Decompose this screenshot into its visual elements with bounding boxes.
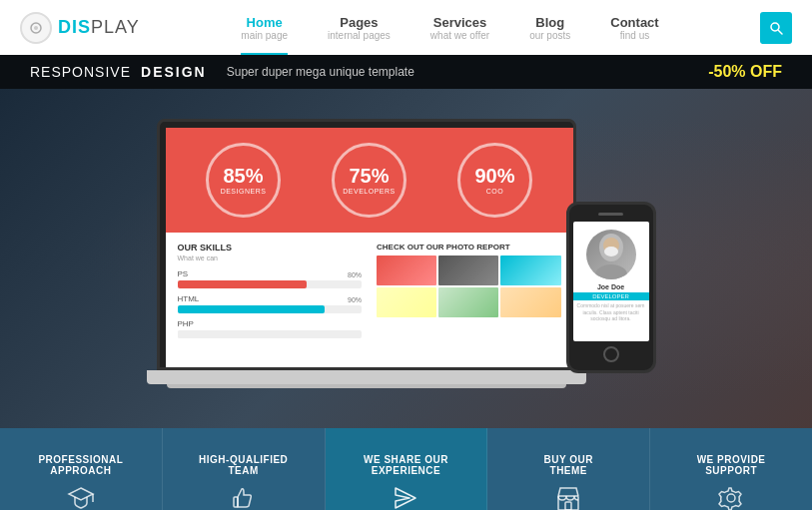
- device-mockups: 85% DESIGNERS 75% DEVELOPERS 90% COO: [157, 119, 656, 388]
- skill-bar-ps: [178, 280, 307, 288]
- svg-point-1: [34, 26, 38, 30]
- phone-mockup: Joe Doe DEVELOPER Commodo nisl at posuer…: [566, 202, 656, 373]
- gear-icon: [717, 484, 745, 510]
- phone-screen: Joe Doe DEVELOPER Commodo nisl at posuer…: [573, 222, 649, 341]
- screen-stats: 85% DESIGNERS 75% DEVELOPERS 90% COO: [166, 128, 573, 233]
- laptop-screen-outer: 85% DESIGNERS 75% DEVELOPERS 90% COO: [157, 119, 576, 370]
- phone-speaker: [598, 213, 623, 216]
- feature-experience[interactable]: WE SHARE OUR EXPERIENCE: [326, 428, 488, 510]
- feature-support[interactable]: WE PROVIDE SUPPORT: [650, 428, 812, 510]
- logo-svg: [28, 20, 44, 36]
- photo-thumb-5: [438, 287, 498, 317]
- features-bar: PROFESSIONAL APPROACH HIGH-QUALIFIED TEA…: [0, 428, 812, 510]
- svg-marker-8: [69, 488, 93, 500]
- settings-icon: [717, 484, 745, 510]
- feature-professional[interactable]: PROFESSIONAL APPROACH: [0, 428, 163, 510]
- send-icon: [392, 484, 419, 510]
- promo-design: DESIGN: [141, 64, 207, 80]
- svg-point-13: [727, 494, 735, 502]
- thumbsup-icon: [230, 484, 258, 510]
- stat-coo: 90% COO: [457, 143, 532, 218]
- feature-team[interactable]: HIGH-QUALIFIED TEAM: [163, 428, 326, 510]
- skill-bar-bg-php: [178, 330, 363, 338]
- svg-rect-10: [234, 497, 238, 507]
- screen-content: OUR SKILLS What we can PS 80% HTML: [166, 233, 573, 354]
- svg-point-2: [771, 23, 779, 31]
- header: DISPLAY Home main page Pages internal pa…: [0, 0, 812, 55]
- logo-text: DISPLAY: [58, 17, 140, 38]
- person-avatar-img: [591, 230, 631, 279]
- skill-php: PHP: [178, 319, 363, 338]
- promo-responsive: RESPONSIVE: [30, 64, 131, 80]
- svg-rect-12: [565, 502, 571, 510]
- grad-cap-icon: [67, 484, 95, 510]
- thumb-up-icon: [230, 484, 258, 510]
- laptop-foot: [167, 384, 566, 388]
- skill-bar-html: [178, 305, 326, 313]
- skill-bar-bg-ps: 80%: [178, 280, 363, 288]
- nav-contact[interactable]: Contact find us: [610, 11, 658, 45]
- feature-buy-theme[interactable]: BUY OUR THEME: [487, 428, 650, 510]
- logo-icon: [20, 12, 52, 44]
- promo-banner: RESPONSIVE DESIGN Super duper mega uniqu…: [0, 55, 812, 89]
- store-icon: [554, 484, 582, 510]
- search-icon: [769, 21, 783, 35]
- svg-point-5: [595, 264, 627, 279]
- nav-blog[interactable]: Blog our posts: [529, 11, 570, 45]
- photo-section: CHECK OUT OUR PHOTO REPORT: [377, 243, 561, 344]
- photo-thumb-6: [500, 287, 560, 317]
- nav-pages[interactable]: Pages internal pages: [328, 11, 391, 45]
- stat-developers: 75% DEVELOPERS: [332, 143, 406, 218]
- graduation-icon: [67, 484, 95, 510]
- stat-designers: 85% DESIGNERS: [206, 143, 281, 218]
- paper-plane-icon: [392, 484, 419, 510]
- svg-line-3: [779, 30, 783, 34]
- main-nav: Home main page Pages internal pages Serv…: [140, 11, 760, 45]
- search-button[interactable]: [760, 12, 792, 44]
- promo-discount: -50% OFF: [708, 63, 782, 81]
- photo-thumb-4: [377, 287, 436, 317]
- svg-point-7: [604, 247, 618, 256]
- shop-icon: [554, 484, 582, 510]
- laptop-base: [147, 370, 586, 384]
- skill-html: HTML 90%: [178, 294, 363, 313]
- nav-home[interactable]: Home main page: [241, 11, 288, 45]
- hero-section: 85% DESIGNERS 75% DEVELOPERS 90% COO: [0, 89, 812, 428]
- nav-services[interactable]: Services what we offer: [430, 11, 489, 45]
- phone-home-button: [603, 346, 619, 362]
- photo-thumb-1: [377, 255, 436, 285]
- avatar: [586, 230, 636, 279]
- skill-bar-php: [178, 330, 196, 338]
- skills-section: OUR SKILLS What we can PS 80% HTML: [178, 243, 363, 344]
- photo-thumb-2: [438, 255, 498, 285]
- skill-ps: PS 80%: [178, 269, 363, 288]
- photo-grid: [377, 255, 561, 317]
- promo-subtitle: Super duper mega unique template: [227, 65, 698, 79]
- logo: DISPLAY: [20, 12, 140, 44]
- skill-bar-bg-html: 90%: [178, 305, 363, 313]
- laptop-screen: 85% DESIGNERS 75% DEVELOPERS 90% COO: [166, 128, 573, 367]
- laptop-mockup: 85% DESIGNERS 75% DEVELOPERS 90% COO: [157, 119, 576, 388]
- photo-thumb-3: [500, 255, 560, 285]
